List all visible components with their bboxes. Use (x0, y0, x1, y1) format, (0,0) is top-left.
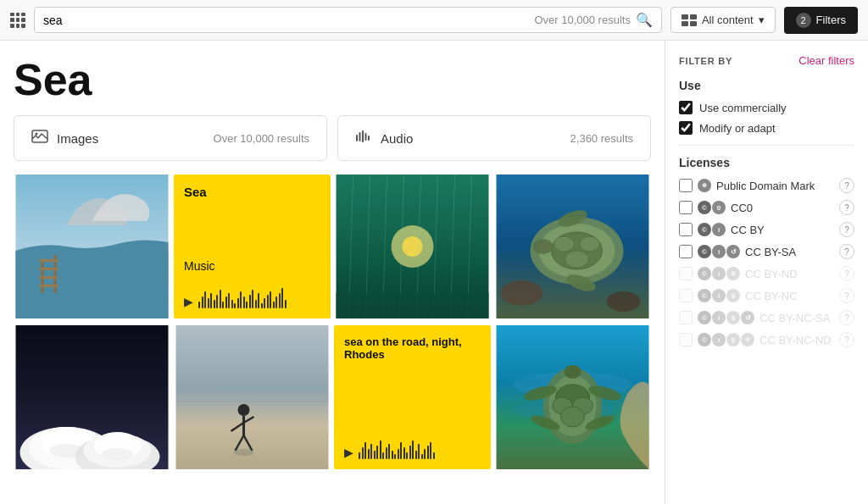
image-icon (31, 130, 48, 147)
grid-view-icon (682, 14, 697, 26)
svg-rect-2 (682, 21, 688, 26)
cc-icon-nc-sa: © (698, 311, 711, 324)
filter-header: FILTER BY Clear filters (679, 54, 854, 67)
sea-music-title: Sea (184, 185, 320, 199)
app-grid-icon[interactable] (10, 13, 25, 28)
cc-by-nd-help-icon: ? (839, 266, 854, 281)
license-cc0-checkbox[interactable] (679, 201, 693, 214)
search-bar: Over 10,000 results 🔍 (34, 7, 662, 33)
license-cc-by-nc: © i $ CC BY-NC ? (679, 288, 854, 303)
sa-icon: ↺ (726, 245, 740, 258)
svg-point-5 (36, 133, 38, 136)
grid-item-child-beach[interactable] (174, 325, 331, 473)
license-cc-by-label: CC BY (731, 224, 834, 236)
filter-count-badge: 2 (796, 13, 811, 28)
cc-by-sa-help-icon[interactable]: ? (839, 244, 854, 259)
svg-rect-18 (40, 285, 58, 287)
audio-icon (355, 130, 372, 147)
license-cc-by-nc-nd: © i $ ⊘ CC BY-NC-ND ? (679, 332, 854, 347)
by-icon-nc-sa: i (712, 311, 726, 324)
license-cc-by-nc-sa-label: CC BY-NC-SA (760, 312, 834, 324)
license-cc-by-nc-checkbox (679, 289, 693, 302)
svg-rect-7 (359, 132, 361, 141)
modify-adapt-checkbox[interactable] (679, 121, 693, 135)
search-input[interactable] (43, 14, 529, 27)
cc0-help-icon[interactable]: ? (839, 200, 854, 215)
filter-sidebar: FILTER BY Clear filters Use Use commerci… (665, 41, 868, 504)
svg-rect-0 (682, 14, 688, 19)
svg-point-21 (403, 236, 423, 257)
grid-item-sea-road[interactable]: sea on the road, night, Rhodes ▶ (334, 325, 491, 469)
license-cc-by-sa[interactable]: © i ↺ CC BY-SA ? (679, 244, 854, 259)
nc-icon-nd: $ (726, 333, 740, 346)
license-cc-by-nc-nd-checkbox (679, 333, 693, 346)
cc-by-nc-sa-help-icon: ? (839, 310, 854, 325)
section-divider (679, 145, 854, 146)
page-title: Sea (14, 58, 651, 102)
by-icon-sa: i (712, 245, 726, 258)
svg-rect-1 (690, 14, 697, 19)
use-commercially-label: Use commercially (699, 102, 787, 114)
cc-by-nc-nd-help-icon: ? (839, 332, 854, 347)
grid-item-lake[interactable] (14, 174, 170, 322)
all-content-button[interactable]: All content ▾ (670, 7, 776, 33)
sea-road-title: sea on the road, night, Rhodes (344, 335, 481, 361)
svg-point-38 (533, 239, 554, 254)
filter-by-label: FILTER BY (679, 56, 732, 66)
nc-icon-sa: $ (726, 311, 740, 324)
grid-item-sea-music[interactable]: Sea Music ▶ (174, 174, 331, 318)
svg-point-41 (501, 280, 543, 306)
cc-icon: © (698, 201, 711, 214)
clear-filters-button[interactable]: Clear filters (798, 54, 854, 67)
use-commercially-checkbox[interactable] (679, 101, 693, 114)
license-cc-by-checkbox[interactable] (679, 223, 693, 236)
play-icon[interactable]: ▶ (184, 295, 193, 308)
license-cc-by-nc-sa: © i $ ↺ CC BY-NC-SA ? (679, 310, 854, 325)
license-pdm-checkbox[interactable] (679, 179, 693, 192)
grid-item-turtle-aerial[interactable] (494, 325, 651, 473)
chevron-down-icon: ▾ (759, 14, 765, 26)
cc-icon-by: © (698, 223, 711, 236)
results-count: Over 10,000 results (534, 14, 630, 26)
license-cc0-label: CC0 (731, 202, 834, 214)
license-pdm[interactable]: ⊕ Public Domain Mark ? (679, 178, 854, 193)
by-icon-nd: i (712, 267, 726, 280)
svg-rect-6 (356, 135, 358, 141)
images-card[interactable]: Images Over 10,000 results (14, 115, 327, 161)
use-commercially-item[interactable]: Use commercially (679, 101, 854, 114)
svg-point-70 (565, 365, 581, 379)
license-cc-by-sa-label: CC BY-SA (745, 246, 834, 258)
grid-item-turtle-1[interactable] (494, 174, 651, 322)
images-count: Over 10,000 results (214, 132, 309, 145)
filters-label: Filters (816, 14, 846, 26)
audio-label: Audio (381, 131, 413, 146)
svg-rect-52 (176, 325, 329, 469)
zero-icon: 0 (712, 201, 726, 214)
modify-adapt-item[interactable]: Modify or adapt (679, 121, 854, 135)
modify-adapt-label: Modify or adapt (699, 122, 776, 135)
license-cc-by-nd-checkbox (679, 267, 693, 280)
license-cc0[interactable]: © 0 CC0 ? (679, 200, 854, 215)
play-icon-2[interactable]: ▶ (344, 446, 353, 459)
svg-rect-9 (365, 133, 367, 141)
search-button[interactable]: 🔍 (636, 12, 653, 28)
svg-point-50 (50, 444, 84, 457)
svg-rect-16 (40, 268, 58, 270)
svg-point-35 (554, 236, 575, 252)
svg-rect-10 (368, 136, 370, 141)
pdm-help-icon[interactable]: ? (839, 178, 854, 193)
grid-item-sea-green[interactable] (334, 174, 491, 322)
filters-button[interactable]: 2 Filters (784, 7, 858, 34)
cc-icon-nc-nd: © (698, 333, 711, 346)
audio-card[interactable]: Audio 2,360 results (337, 115, 651, 161)
license-cc-by-sa-checkbox[interactable] (679, 245, 693, 258)
svg-rect-3 (690, 21, 697, 26)
license-cc-by[interactable]: © i CC BY ? (679, 222, 854, 237)
nd-icon-nc: ⊘ (741, 333, 754, 346)
images-label: Images (57, 131, 98, 146)
by-icon-nc: i (712, 289, 726, 302)
image-grid: Sea Music ▶ (14, 174, 651, 473)
license-cc-by-nc-label: CC BY-NC (745, 290, 834, 302)
grid-item-white-mounds[interactable] (14, 325, 170, 473)
cc-by-help-icon[interactable]: ? (839, 222, 854, 237)
